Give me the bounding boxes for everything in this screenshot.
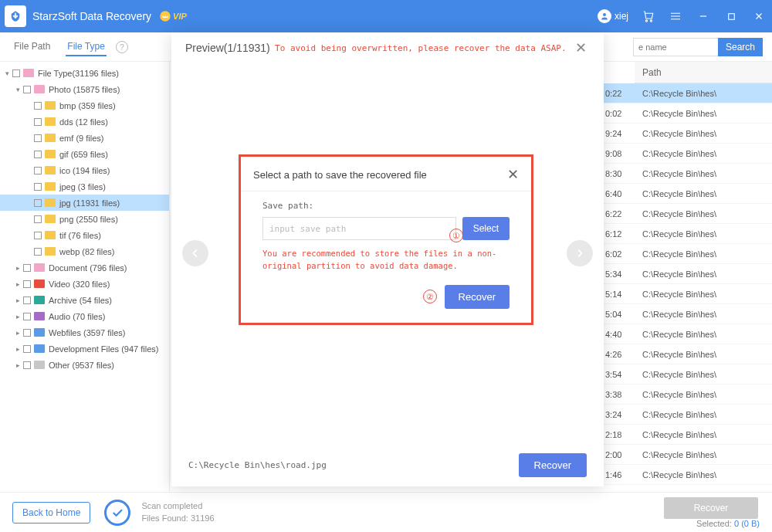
path-row[interactable]: 6:02C:\Recycle Bin\hes\ — [602, 244, 772, 264]
tree-item[interactable]: ▸Webfiles (3597 files) — [0, 324, 169, 341]
path-row[interactable]: 0:02C:\Recycle Bin\hes\ — [602, 103, 772, 124]
checkbox[interactable] — [34, 118, 42, 126]
back-home-button[interactable]: Back to Home — [12, 502, 90, 524]
path-row[interactable]: 2:00C:\Recycle Bin\hes\ — [602, 445, 772, 465]
tree-item[interactable]: ▸Video (320 files) — [0, 276, 169, 292]
tree-item[interactable]: ▾Photo (15875 files) — [0, 81, 169, 97]
expand-arrow-icon[interactable]: ▸ — [14, 361, 22, 369]
expand-arrow-icon[interactable]: ▾ — [14, 86, 22, 93]
preview-recover-button[interactable]: Recover — [519, 453, 587, 477]
checkbox[interactable] — [23, 345, 31, 353]
tree-item[interactable]: png (2550 files) — [0, 211, 169, 227]
path-row[interactable]: 2:18C:\Recycle Bin\hes\ — [602, 425, 772, 445]
expand-arrow-icon[interactable]: ▸ — [14, 313, 22, 320]
path-row[interactable]: 6:40C:\Recycle Bin\hes\ — [602, 184, 772, 204]
save-path-input[interactable] — [262, 217, 456, 240]
tree-item[interactable]: tif (76 files) — [0, 227, 169, 243]
maximize-button[interactable] — [723, 8, 740, 25]
checkbox[interactable] — [34, 183, 42, 191]
path-row[interactable]: 5:34C:\Recycle Bin\hes\ — [602, 264, 772, 284]
tree-item[interactable]: jpg (11931 files) — [0, 195, 169, 211]
checkbox[interactable] — [34, 151, 42, 158]
path-row[interactable]: 3:38C:\Recycle Bin\hes\ — [602, 385, 772, 405]
cart-icon[interactable] — [639, 8, 656, 25]
checkbox[interactable] — [34, 199, 42, 207]
user-name: xiej — [615, 11, 628, 22]
checkbox[interactable] — [34, 248, 42, 256]
tree-item[interactable]: ▸Audio (70 files) — [0, 308, 169, 324]
footer: Back to Home Scan completed Files Found:… — [0, 492, 772, 532]
expand-arrow-icon[interactable]: ▾ — [3, 69, 11, 77]
path-row[interactable]: 6:22C:\Recycle Bin\hes\ — [602, 204, 772, 224]
preview-close-icon[interactable]: ✕ — [571, 39, 590, 56]
tab-file-path[interactable]: File Path — [12, 38, 52, 56]
select-path-button[interactable]: Select — [462, 217, 510, 240]
expand-arrow-icon[interactable]: ▸ — [14, 345, 22, 353]
row-time: 6:22 — [605, 209, 642, 219]
tree-item[interactable]: ▸Document (796 files) — [0, 259, 169, 276]
tree-item[interactable]: emf (9 files) — [0, 130, 169, 146]
file-type-tree[interactable]: ▾File Type(31196 files)▾Photo (15875 fil… — [0, 62, 170, 492]
checkbox[interactable] — [23, 280, 31, 288]
path-row[interactable]: 9:24C:\Recycle Bin\hes\ — [602, 124, 772, 144]
checkbox[interactable] — [23, 329, 31, 337]
checkbox[interactable] — [12, 69, 20, 77]
checkbox[interactable] — [34, 167, 42, 175]
preview-prev-button[interactable] — [182, 240, 208, 266]
tree-item[interactable]: ▸Other (9537 files) — [0, 357, 169, 373]
path-row[interactable]: 6:12C:\Recycle Bin\hes\ — [602, 224, 772, 244]
save-path-label: Save path: — [262, 201, 510, 211]
path-row[interactable]: 5:04C:\Recycle Bin\hes\ — [602, 304, 772, 324]
row-path: C:\Recycle Bin\hes\ — [642, 370, 716, 379]
vip-label: VIP — [173, 12, 187, 21]
expand-arrow-icon[interactable]: ▸ — [14, 329, 22, 337]
path-column-header[interactable]: Path — [635, 62, 772, 83]
path-row[interactable]: 0:22C:\Recycle Bin\hes\ — [602, 83, 772, 103]
search-input[interactable] — [633, 38, 718, 56]
checkbox[interactable] — [34, 215, 42, 223]
help-icon[interactable]: ? — [116, 41, 128, 53]
save-dialog-close-icon[interactable]: ✕ — [507, 166, 519, 183]
path-row[interactable]: 4:26C:\Recycle Bin\hes\ — [602, 344, 772, 364]
expand-arrow-icon[interactable]: ▸ — [14, 296, 22, 304]
path-row[interactable]: 4:40C:\Recycle Bin\hes\ — [602, 324, 772, 344]
tree-item[interactable]: jpeg (3 files) — [0, 178, 169, 195]
path-row[interactable]: 1:16C:\Recycle Bin\hes\ — [602, 485, 772, 492]
tree-item[interactable]: ▸Development Files (947 files) — [0, 341, 169, 357]
checkbox[interactable] — [34, 102, 42, 110]
tree-item[interactable]: ▸Archive (54 files) — [0, 292, 169, 308]
checkbox[interactable] — [34, 134, 42, 142]
path-row[interactable]: 9:08C:\Recycle Bin\hes\ — [602, 144, 772, 164]
minimize-button[interactable] — [695, 8, 712, 25]
checkbox[interactable] — [23, 296, 31, 304]
checkbox[interactable] — [34, 232, 42, 239]
menu-icon[interactable] — [667, 8, 684, 25]
path-row[interactable]: 1:46C:\Recycle Bin\hes\ — [602, 465, 772, 485]
tree-item[interactable]: dds (12 files) — [0, 114, 169, 130]
path-row[interactable]: 3:24C:\Recycle Bin\hes\ — [602, 405, 772, 425]
tree-item[interactable]: webp (82 files) — [0, 243, 169, 259]
user-avatar-icon — [598, 9, 611, 23]
tree-item[interactable]: bmp (359 files) — [0, 97, 169, 114]
path-row[interactable]: 3:54C:\Recycle Bin\hes\ — [602, 364, 772, 385]
close-button[interactable] — [750, 8, 767, 25]
path-row[interactable]: 8:30C:\Recycle Bin\hes\ — [602, 164, 772, 184]
tree-item[interactable]: ▾File Type(31196 files) — [0, 65, 169, 81]
tree-item[interactable]: ico (194 files) — [0, 162, 169, 178]
user-menu[interactable]: xiej — [598, 9, 628, 23]
expand-arrow-icon[interactable]: ▸ — [14, 264, 22, 272]
save-dialog-recover-button[interactable]: Recover — [445, 285, 510, 309]
search-button[interactable]: Search — [718, 38, 763, 56]
checkbox[interactable] — [23, 86, 31, 93]
row-path: C:\Recycle Bin\hes\ — [642, 89, 716, 98]
expand-arrow-icon[interactable]: ▸ — [14, 280, 22, 288]
checkbox[interactable] — [23, 313, 31, 320]
tab-file-type[interactable]: File Type — [66, 38, 106, 56]
checkbox[interactable] — [23, 264, 31, 272]
tree-item[interactable]: gif (659 files) — [0, 146, 169, 162]
preview-warning: To avoid being overwritten, please recov… — [270, 43, 571, 53]
checkbox[interactable] — [23, 361, 31, 369]
preview-next-button[interactable] — [567, 240, 593, 266]
recover-button-disabled[interactable]: Recover — [664, 497, 758, 519]
path-row[interactable]: 5:14C:\Recycle Bin\hes\ — [602, 284, 772, 304]
